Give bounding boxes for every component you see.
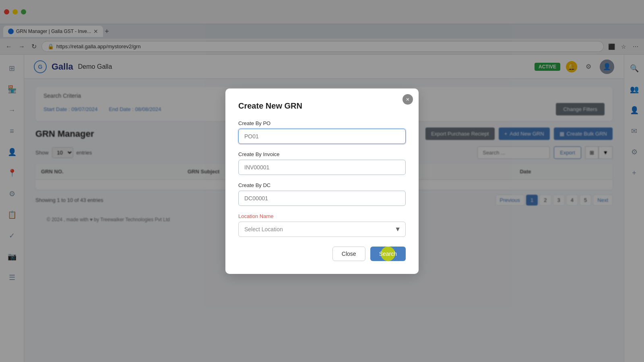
location-label: Location Name <box>238 213 406 219</box>
invoice-label: Create By Invoice <box>238 151 406 157</box>
location-select[interactable]: Select Location <box>238 222 406 237</box>
location-select-wrapper: Select Location ▼ <box>238 222 406 237</box>
po-form-group: Create By PO <box>238 120 406 144</box>
modal-title: Create New GRN <box>238 101 406 111</box>
invoice-form-group: Create By Invoice <box>238 151 406 175</box>
po-label: Create By PO <box>238 120 406 126</box>
create-grn-modal: × Create New GRN Create By PO Create By … <box>225 88 419 274</box>
search-btn-label: Search <box>379 251 397 257</box>
modal-footer: Close Search <box>238 247 406 261</box>
po-input[interactable] <box>238 129 406 144</box>
dc-form-group: Create By DC <box>238 182 406 206</box>
modal-overlay: × Create New GRN Create By PO Create By … <box>0 0 644 362</box>
dc-input[interactable] <box>238 191 406 206</box>
search-modal-button[interactable]: Search <box>370 247 406 261</box>
close-modal-button[interactable]: Close <box>332 247 365 261</box>
modal-close-button[interactable]: × <box>402 94 413 105</box>
dc-label: Create By DC <box>238 182 406 188</box>
location-form-group: Location Name Select Location ▼ <box>238 213 406 237</box>
invoice-input[interactable] <box>238 160 406 175</box>
